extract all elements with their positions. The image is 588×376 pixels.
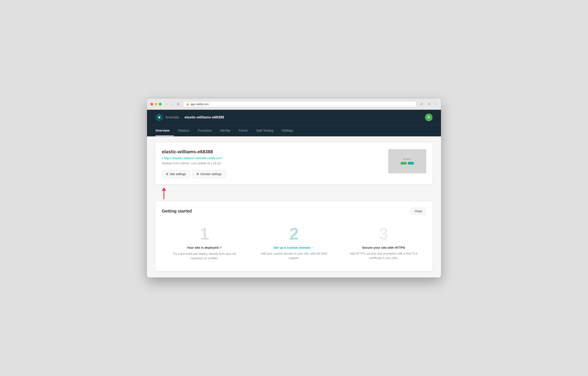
site-meta: Deploys from GitHub. Last update at 4:18… (162, 162, 384, 165)
getting-started-card: Getting started Close 1 Your site is dep… (156, 201, 432, 271)
traffic-lights (150, 103, 162, 106)
site-actions: ⚙ Site settings ⚙ Domain settings (162, 170, 384, 178)
app-nav: Overview Deploys Functions Identity Form… (147, 125, 441, 136)
nav-deploys[interactable]: Deploys (174, 125, 194, 136)
site-info: elastic-williams-e68388 https://elastic-… (162, 149, 384, 178)
step-1: 1 Your site is deployed ✓ Try a test bui… (162, 221, 247, 265)
back-button[interactable]: ‹ (165, 102, 168, 106)
nav-functions[interactable]: Functions (194, 125, 216, 136)
close-getting-started-button[interactable]: Close (410, 208, 426, 215)
tab-view-button[interactable]: ⊞ (176, 102, 181, 106)
step-3-description: Add HTTPS security and encryption with a… (345, 252, 422, 260)
app-header: Anomaly › elastic-williams-e68388 A (147, 110, 441, 125)
preview-block-teal (408, 162, 414, 165)
forward-button[interactable]: › (169, 102, 173, 106)
step-3: 3 Secure your site with HTTPS Add HTTPS … (341, 221, 426, 265)
site-title: elastic-williams-e68388 (162, 149, 384, 155)
gear-icon-2: ⚙ (196, 172, 199, 176)
getting-started-header: Getting started Close (162, 208, 426, 215)
step-2-title[interactable]: Set up a custom domain → (256, 246, 332, 249)
step-3-title: Secure your site with HTTPS (345, 246, 422, 249)
arrow-head-up (162, 187, 166, 191)
red-arrow (162, 187, 166, 199)
address-bar[interactable]: 🔒 app.netlify.com (183, 101, 416, 107)
nav-identity[interactable]: Identity (216, 125, 234, 136)
header-left: Anomaly › elastic-williams-e68388 (156, 114, 224, 121)
step-2: 2 Set up a custom domain → Add your cust… (251, 221, 337, 265)
address-text: app.netlify.com (190, 103, 209, 106)
nav-forms[interactable]: Forms (234, 125, 252, 136)
nav-overview[interactable]: Overview (156, 125, 174, 136)
step-2-number: 2 (256, 225, 332, 242)
main-content: elastic-williams-e68388 https://elastic-… (147, 136, 441, 277)
minimize-window-button[interactable] (155, 103, 157, 106)
step-2-description: Add your custom domain to your site, wit… (256, 252, 332, 260)
steps-container: 1 Your site is deployed ✓ Try a test bui… (162, 221, 426, 265)
step-3-number: 3 (345, 225, 422, 242)
step-1-title: Your site is deployed ✓ (166, 246, 243, 250)
domain-settings-button[interactable]: ⚙ Domain settings (192, 170, 226, 178)
breadcrumb-separator: › (181, 115, 182, 120)
preview-block-green (401, 162, 407, 165)
site-preview: Scratch (388, 149, 426, 173)
gear-icon: ⚙ (166, 172, 168, 176)
share-button[interactable]: ⬆ (427, 102, 432, 106)
browser-nav-buttons: ‹ › (165, 102, 173, 106)
getting-started-title: Getting started (162, 209, 192, 214)
step-1-description: Try a test build and deploy, directly fr… (166, 252, 243, 261)
arrow-shaft (163, 191, 164, 199)
nav-settings[interactable]: Settings (277, 125, 297, 136)
netlify-logo (156, 114, 163, 121)
maximize-window-button[interactable] (159, 103, 162, 106)
add-tab-button[interactable]: + (433, 102, 438, 106)
site-url-link[interactable]: https://elastic-williams-e68388.netlify.… (162, 156, 384, 160)
site-card: elastic-williams-e68388 https://elastic-… (156, 143, 432, 184)
breadcrumb: Anomaly › elastic-williams-e68388 (165, 115, 224, 120)
preview-inner: Scratch (388, 149, 426, 173)
avatar[interactable]: A (425, 114, 432, 121)
step-1-number: 1 (166, 225, 243, 242)
site-name-breadcrumb[interactable]: elastic-williams-e68388 (185, 115, 224, 120)
preview-title: Scratch (403, 158, 411, 160)
close-window-button[interactable] (150, 103, 153, 106)
arrow-annotation (156, 187, 432, 201)
reload-button[interactable]: ↺ (419, 102, 424, 107)
nav-split-testing[interactable]: Split Testing (252, 125, 278, 136)
lock-icon: 🔒 (186, 103, 189, 106)
site-settings-label: Site settings (170, 172, 186, 176)
app-content: Anomaly › elastic-williams-e68388 A Over… (147, 110, 441, 277)
browser-titlebar: ‹ › ⊞ 🔒 app.netlify.com ↺ ⬆ + (147, 99, 441, 110)
browser-window: ‹ › ⊞ 🔒 app.netlify.com ↺ ⬆ + (147, 99, 441, 277)
domain-settings-label: Domain settings (200, 172, 221, 176)
site-settings-button[interactable]: ⚙ Site settings (162, 170, 190, 178)
toolbar-actions: ⬆ + (427, 102, 438, 106)
org-name[interactable]: Anomaly (165, 115, 179, 120)
preview-blocks (401, 162, 414, 165)
